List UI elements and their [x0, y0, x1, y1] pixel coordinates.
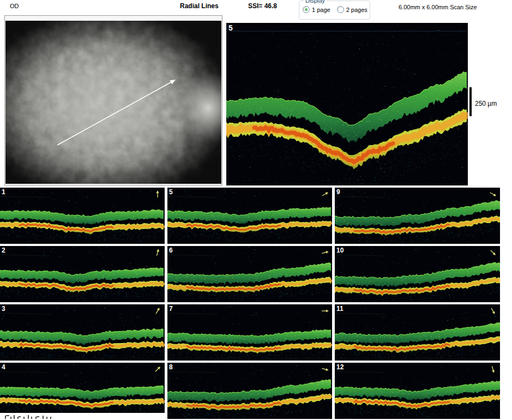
radio-2-pages-icon[interactable]	[337, 6, 344, 13]
thumbnail-number: 7	[169, 305, 173, 313]
thumbnail-grid: 1 2 3 4 5 6 7 8 9 10 11 12	[0, 188, 501, 420]
scan-thumbnail-1[interactable]: 1	[0, 188, 165, 244]
display-group-title: Display	[304, 0, 327, 4]
fundus-image-panel[interactable]	[4, 15, 222, 185]
thumbnail-number: 2	[2, 247, 5, 254]
radio-1-page-icon[interactable]	[303, 6, 310, 13]
scan-thumbnail-5[interactable]: 5	[167, 188, 332, 244]
scan-direction-arrow-icon	[320, 247, 330, 258]
scale-bar-label: 250 µm	[475, 100, 497, 107]
scan-thumbnail-11[interactable]: 11	[335, 304, 500, 361]
radio-1-page-label[interactable]: 1 page	[312, 7, 330, 13]
thumbnail-number: 12	[336, 363, 344, 371]
thumbnail-number: 8	[169, 363, 173, 371]
thumbnail-number: 11	[336, 305, 344, 313]
thumbnail-number: 3	[2, 305, 5, 313]
fundus-top-strip	[5, 16, 222, 21]
scan-thumbnail-3[interactable]: 3	[0, 304, 165, 361]
thumbnail-number: 6	[169, 247, 173, 254]
scan-direction-arrow-icon	[487, 364, 498, 375]
scan-direction-arrow-icon	[152, 247, 163, 258]
thumbnail-number: 4	[2, 363, 5, 371]
scan-direction-arrow-icon	[320, 189, 330, 200]
scan-direction-arrow-icon	[487, 247, 498, 258]
display-options-group: Display 1 page 2 pages	[299, 1, 370, 20]
eye-label: OD	[10, 3, 19, 9]
scan-type-title: Radial Lines	[180, 2, 219, 10]
thumbnail-number: 1	[2, 188, 5, 196]
thumbnail-number: 9	[336, 188, 340, 196]
scale-bar	[469, 87, 472, 116]
scan-thumbnail-6[interactable]: 6	[167, 246, 332, 302]
scan-thumbnail-10[interactable]: 10	[335, 246, 500, 302]
scan-size-label: 6.00mm x 6.00mm Scan Size	[399, 4, 477, 10]
scan-direction-arrow-icon	[152, 189, 163, 200]
thumbnail-number: 5	[169, 188, 173, 196]
scan-thumbnail-9[interactable]: 9	[335, 188, 500, 244]
oct-review-window: OD Radial Lines SSI= 46.8 Display 1 page…	[0, 0, 512, 420]
scan-thumbnail-2[interactable]: 2	[0, 246, 165, 302]
thumbnail-number: 10	[336, 247, 344, 254]
scan-thumbnail-4[interactable]: 4	[0, 363, 165, 419]
main-scan-number: 5	[228, 23, 233, 32]
scan-thumbnail-8[interactable]: 8	[167, 363, 332, 419]
cutoff-text-fragment	[0, 413, 165, 419]
scan-direction-arrow-icon	[487, 189, 498, 200]
scan-thumbnail-12[interactable]: 12	[335, 363, 500, 419]
scan-direction-arrow-icon	[152, 364, 163, 375]
fundus-image	[5, 21, 221, 184]
radio-2-pages-label[interactable]: 2 pages	[346, 7, 368, 13]
ssi-value: SSI= 46.8	[248, 2, 277, 10]
scan-direction-arrow-icon	[320, 364, 330, 375]
scan-thumbnail-7[interactable]: 7	[167, 304, 332, 361]
scan-direction-arrow-icon	[487, 305, 498, 316]
scan-direction-arrow-icon	[320, 305, 330, 316]
scan-direction-arrow-icon	[152, 305, 163, 316]
main-bscan-panel[interactable]: 5	[226, 23, 468, 185]
